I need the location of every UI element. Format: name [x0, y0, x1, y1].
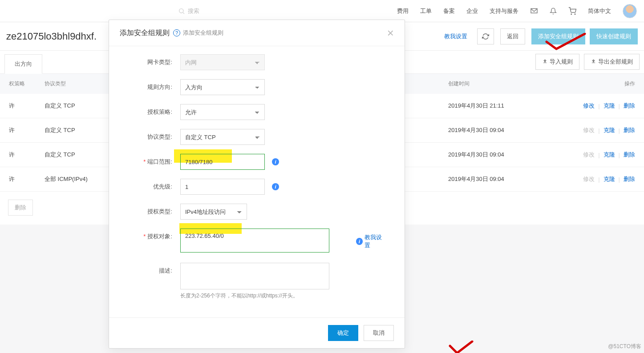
label-nic: 网卡类型:	[127, 54, 180, 66]
nav-beian[interactable]: 备案	[443, 7, 455, 15]
cell-protocol: 自定义 TCP	[36, 118, 116, 143]
import-rule-label: 导入规则	[550, 58, 573, 66]
cell-protocol: 自定义 TCP	[36, 94, 116, 118]
instance-id: ze21075lo3bhl9dhxf.	[6, 31, 97, 42]
label-protocol: 协议类型:	[127, 129, 180, 141]
topbar: 搜索 费用 工单 备案 企业 支持与服务 简体中文	[0, 0, 644, 22]
modal-header: 添加安全组规则 ? 添加安全组规则 ×	[109, 20, 405, 46]
modal-subtitle: 添加安全组规则	[183, 29, 223, 37]
protocol-select[interactable]: 自定义 TCP	[180, 129, 265, 145]
label-auth-obj: 授权对象:	[127, 229, 180, 241]
modal-footer: 确定 取消	[109, 317, 405, 348]
nav-ticket[interactable]: 工单	[420, 7, 432, 15]
label-port: 端口范围:	[127, 154, 180, 166]
policy-select[interactable]: 允许	[180, 104, 265, 120]
search-box[interactable]: 搜索	[178, 7, 199, 15]
cell-policy: 许	[0, 167, 36, 192]
th-actions: 操作	[546, 74, 644, 94]
action-delete[interactable]: 删除	[624, 151, 635, 159]
label-policy: 授权策略:	[127, 104, 180, 116]
nav-fee[interactable]: 费用	[397, 7, 409, 15]
avatar[interactable]	[623, 4, 637, 18]
ok-button[interactable]: 确定	[328, 325, 358, 341]
cell-created: 2019年4月30日 09:04	[439, 167, 546, 192]
auth-type-select[interactable]: IPv4地址段访问	[180, 204, 247, 220]
export-rule-label: 导出全部规则	[598, 58, 633, 66]
cell-created: 2019年4月30日 21:11	[439, 94, 546, 118]
back-button[interactable]: 返回	[500, 28, 525, 44]
teach-link-inline[interactable]: i 教我设置	[356, 233, 387, 249]
action-clone[interactable]: 克隆	[603, 126, 615, 134]
th-created: 创建时间	[439, 74, 546, 94]
port-input[interactable]	[180, 154, 265, 170]
bell-icon[interactable]	[550, 7, 557, 15]
action-clone[interactable]: 克隆	[603, 102, 615, 110]
cell-protocol: 自定义 TCP	[36, 143, 116, 167]
cell-policy: 许	[0, 94, 36, 118]
refresh-icon	[482, 33, 489, 40]
desc-input[interactable]	[180, 263, 329, 289]
svg-point-0	[179, 8, 183, 12]
cell-policy: 许	[0, 118, 36, 143]
action-edit: 修改	[583, 175, 595, 183]
nav-enterprise[interactable]: 企业	[466, 7, 478, 15]
cancel-button[interactable]: 取消	[364, 325, 394, 341]
info-icon: i	[356, 238, 363, 245]
action-edit: 修改	[583, 126, 595, 134]
tab-out-direction[interactable]: 出方向	[4, 54, 42, 74]
refresh-button[interactable]	[477, 28, 494, 44]
teach-link-label: 教我设置	[365, 233, 387, 249]
desc-hint: 长度为2-256个字符，不能以http://或https://开头。	[180, 292, 329, 300]
label-direction: 规则方向:	[127, 79, 180, 91]
console-icon[interactable]	[530, 8, 538, 14]
info-icon[interactable]: i	[272, 158, 279, 165]
action-delete[interactable]: 删除	[624, 102, 635, 110]
cell-policy: 许	[0, 143, 36, 167]
add-rule-modal: 添加安全组规则 ? 添加安全组规则 × 网卡类型: 内网 规则方向: 入方向 授…	[109, 20, 405, 349]
action-edit[interactable]: 修改	[583, 102, 595, 110]
check-annotation-icon	[447, 341, 474, 353]
lang-label[interactable]: 简体中文	[588, 7, 611, 15]
cell-protocol: 全部 ICMP(IPv4)	[36, 167, 116, 192]
action-delete[interactable]: 删除	[624, 126, 635, 134]
modal-title: 添加安全组规则	[120, 28, 170, 38]
label-desc: 描述:	[127, 263, 180, 275]
cart-icon[interactable]	[568, 7, 576, 15]
nav-support[interactable]: 支持与服务	[490, 7, 518, 15]
top-links: 费用 工单 备案 企业 支持与服务 简体中文	[397, 4, 637, 18]
action-clone[interactable]: 克隆	[603, 151, 615, 159]
bulk-delete-button: 删除	[8, 200, 33, 216]
priority-input[interactable]	[180, 179, 265, 195]
action-clone[interactable]: 克隆	[603, 175, 615, 183]
svg-line-1	[183, 12, 184, 14]
upload-icon	[542, 58, 548, 65]
cell-created: 2019年4月30日 09:04	[439, 118, 546, 143]
nic-select: 内网	[180, 54, 265, 70]
auth-obj-input[interactable]	[180, 229, 329, 253]
close-icon[interactable]: ×	[387, 27, 394, 39]
quick-rule-button[interactable]: 快速创建规则	[590, 28, 638, 44]
add-rule-button[interactable]: 添加安全组规则	[531, 28, 585, 44]
action-delete[interactable]: 删除	[624, 175, 635, 183]
export-rule-button[interactable]: 导出全部规则	[584, 54, 640, 70]
label-priority: 优先级:	[127, 179, 180, 191]
direction-select[interactable]: 入方向	[180, 79, 265, 95]
search-placeholder: 搜索	[188, 7, 199, 15]
info-icon[interactable]: i	[272, 183, 279, 190]
svg-point-3	[571, 14, 572, 15]
label-auth-type: 授权类型:	[127, 204, 180, 216]
cell-created: 2019年4月30日 09:04	[439, 143, 546, 167]
action-edit: 修改	[583, 151, 595, 159]
watermark: @51CTO博客	[608, 343, 641, 350]
svg-point-4	[575, 14, 575, 15]
upload-icon	[591, 58, 596, 65]
import-rule-button[interactable]: 导入规则	[535, 54, 579, 70]
th-policy: 权策略	[0, 74, 36, 94]
th-protocol: 协议类型	[36, 74, 116, 94]
help-icon[interactable]: ?	[173, 29, 180, 36]
search-icon	[178, 8, 185, 15]
modal-body: 网卡类型: 内网 规则方向: 入方向 授权策略: 允许	[109, 46, 405, 317]
teach-link[interactable]: 教我设置	[444, 32, 467, 40]
